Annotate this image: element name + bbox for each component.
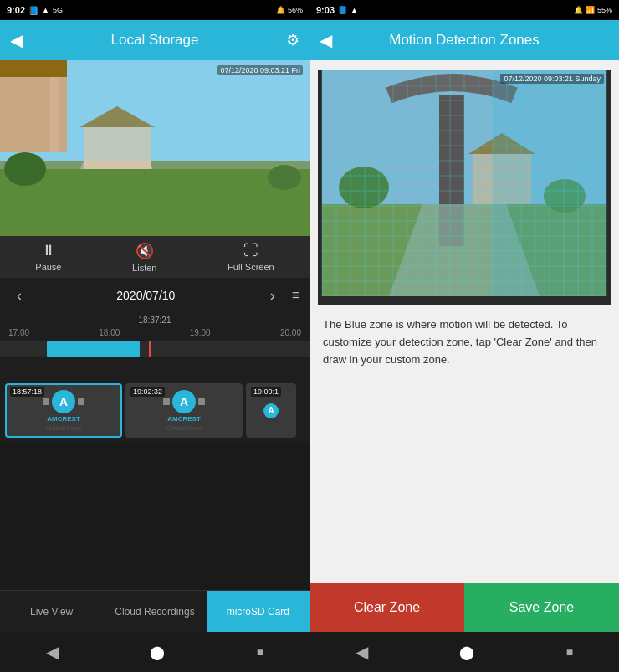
right-fb-icon: 📘 [338,6,347,14]
right-panel: 9:03 📘 ▲ 🔔 📶 55% ◀ Motion Detection Zone… [310,0,619,672]
time-label-4: 20:00 [280,328,301,337]
svg-point-9 [4,152,46,186]
tab-cloud-label: Cloud Recordings [115,606,194,618]
left-video-area: 07/12/2020 09:03:21 Fri [0,60,310,236]
pause-icon: ⏸ [41,242,56,259]
wifi-icon: 5G [53,6,63,14]
right-spacer [310,456,619,584]
timeline-cursor [149,341,151,357]
svg-rect-11 [67,60,310,161]
tab-microsd[interactable]: microSD Card [207,591,310,632]
bottom-tabs: Live View Cloud Recordings microSD Card [0,590,310,632]
amcrest-logo-3: A [263,403,279,418]
listen-button[interactable]: 🔇 Listen [132,242,156,273]
svg-rect-6 [0,60,67,77]
tab-live-view[interactable]: Live View [0,591,103,632]
thumbnail-3[interactable]: A 19:00:1 [246,383,296,438]
left-settings-button[interactable]: ⚙ [286,31,299,49]
svg-point-10 [268,165,301,190]
timeline-bar[interactable] [0,341,310,357]
right-nav-back[interactable]: ◀ [356,642,368,662]
timeline-segment-1 [47,341,140,357]
amcrest-logo-1: A [52,390,75,413]
left-bottom-nav: ◀ ⬤ ■ [0,632,310,672]
time-label-3: 19:00 [190,328,211,337]
timeline[interactable]: 18:37:21 17:00 18:00 19:00 20:00 [0,313,310,380]
right-status-bar: 9:03 📘 ▲ 🔔 📶 55% [310,0,619,20]
thumb-time-1: 18:57:18 [10,387,44,397]
pause-button[interactable]: ⏸ Pause [35,242,61,272]
controls-bar: ⏸ Pause 🔇 Listen ⛶ Full Screen [0,236,310,278]
right-title: Motion Detection Zones [389,32,540,49]
fullscreen-button[interactable]: ⛶ Full Screen [228,242,274,272]
listen-label: Listen [132,263,156,273]
timeline-labels: 17:00 18:00 19:00 20:00 [0,325,310,337]
motion-video-svg [318,70,611,296]
left-top-bar: ◀ Local Storage ⚙ [0,20,310,60]
right-bottom-nav: ◀ ⬤ ■ [310,632,619,672]
brand-sub-2: SmartHome [166,424,202,432]
listen-icon: 🔇 [136,242,154,260]
action-buttons: Clear Zone Save Zone [310,583,619,632]
next-date-button[interactable]: › [263,284,282,308]
date-menu-button[interactable]: ≡ [292,288,299,303]
brand-name-2: AMCREST [167,415,201,423]
tab-live-view-label: Live View [30,606,73,618]
thumb-time-3: 19:00:1 [251,387,281,397]
time-label-2: 18:00 [99,328,120,337]
brand-sub-1: SmartHome [46,424,82,432]
right-battery-level: 55% [597,6,612,14]
save-zone-button[interactable]: Save Zone [464,583,619,632]
fullscreen-label: Full Screen [228,262,274,272]
fullscreen-icon: ⛶ [243,242,258,259]
tab-cloud-recordings[interactable]: Cloud Recordings [103,591,206,632]
svg-rect-57 [493,70,606,296]
svg-rect-7 [50,77,59,152]
signal-icon: ▲ [42,6,49,14]
left-status-bar: 9:02 📘 ▲ 5G 🔔 56% [0,0,310,20]
right-alarm-icon: 🔔 [574,6,583,14]
thumb-time-2: 19:02:32 [130,387,165,397]
right-nav-recents[interactable]: ■ [566,645,573,659]
date-bar: ‹ 2020/07/10 › ≡ [0,278,310,313]
left-nav-back[interactable]: ◀ [46,642,59,662]
right-time: 9:03 [316,5,335,15]
left-title: Local Storage [111,32,199,49]
prev-date-button[interactable]: ‹ [10,284,28,308]
pause-label: Pause [35,262,61,272]
facebook-icon: 📘 [28,6,38,15]
right-wifi-icon: 📶 [586,6,595,14]
right-signal-icon: ▲ [350,6,358,14]
motion-timestamp: 07/12/2020 09:03:21 Sunday [500,74,604,84]
left-back-button[interactable]: ◀ [10,30,23,50]
left-nav-home[interactable]: ⬤ [150,644,165,660]
left-time: 9:02 [7,5,25,15]
left-video-timestamp: 07/12/2020 09:03:21 Fri [217,65,303,75]
motion-description: The Blue zone is where motion will be de… [310,305,619,456]
date-display: 2020/07/10 [116,289,175,302]
thumbnails-row: A AMCREST SmartHome 18:57:18 A AMCREST S… [0,380,310,443]
timeline-cursor-time: 18:37:21 [0,313,310,325]
svg-rect-8 [0,169,310,236]
left-spacer [0,443,310,590]
alarm-icon: 🔔 [276,6,285,14]
time-label-1: 17:00 [8,328,29,337]
tab-microsd-label: microSD Card [227,606,289,618]
motion-video-area: 07/12/2020 09:03:21 Sunday [318,70,611,305]
amcrest-logo-2: A [172,390,196,413]
battery-level: 56% [288,6,303,14]
left-nav-recents[interactable]: ■ [257,645,263,659]
clear-zone-button[interactable]: Clear Zone [310,583,464,632]
right-nav-home[interactable]: ⬤ [459,644,474,660]
right-back-button[interactable]: ◀ [320,30,332,50]
thumbnail-1[interactable]: A AMCREST SmartHome 18:57:18 [5,383,122,438]
svg-point-16 [339,167,389,208]
right-top-bar: ◀ Motion Detection Zones [310,20,619,60]
thumbnail-2[interactable]: A AMCREST SmartHome 19:02:32 [125,383,243,438]
brand-name-1: AMCREST [47,415,80,423]
left-panel: 9:02 📘 ▲ 5G 🔔 56% ◀ Local Storage ⚙ [0,0,310,672]
